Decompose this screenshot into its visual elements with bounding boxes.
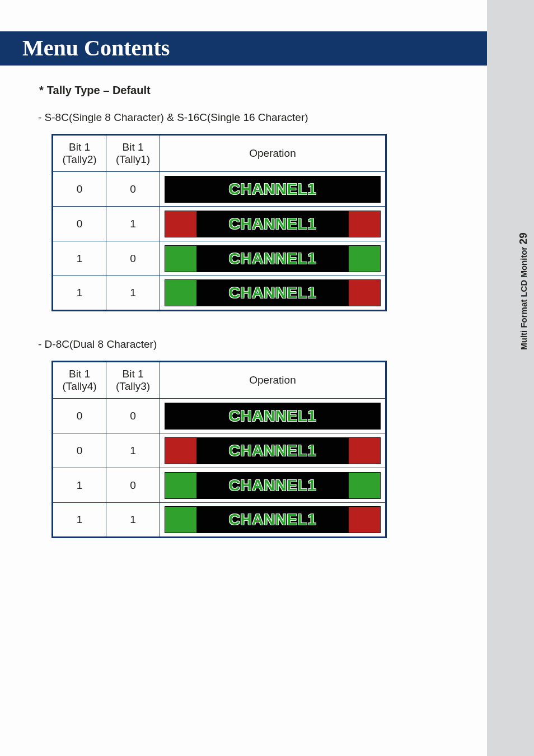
- tally-display: CHANNEL1: [165, 176, 381, 203]
- col-header: Operation: [160, 135, 386, 172]
- table-row: 11CHANNEL1: [53, 503, 386, 538]
- operation-cell: CHANNEL1: [160, 468, 386, 503]
- channel-label: CHANNEL1: [229, 511, 316, 529]
- tally-center: CHANNEL1: [196, 403, 349, 429]
- tally-left-indicator: [165, 176, 196, 202]
- tally-center: CHANNEL1: [196, 246, 349, 272]
- channel-label: CHANNEL1: [229, 250, 316, 268]
- col-header: Bit 1 (Tally4): [53, 362, 106, 399]
- channel-label: CHANNEL1: [229, 215, 316, 233]
- tally-left-indicator: [165, 438, 196, 464]
- tally-center: CHANNEL1: [196, 473, 349, 498]
- operation-cell: CHANNEL1: [160, 241, 386, 276]
- tally-right-indicator: [349, 403, 380, 429]
- tally-display: CHANNEL1: [165, 506, 381, 533]
- bit-cell: 0: [106, 172, 160, 207]
- asterisk-icon: *: [39, 84, 44, 96]
- table-row: 00CHANNEL1: [53, 172, 386, 207]
- table-row: 01CHANNEL1: [53, 207, 386, 241]
- side-tab: Multi Format LCD Monitor 29: [513, 207, 534, 375]
- tally-left-indicator: [165, 473, 196, 498]
- operation-cell: CHANNEL1: [160, 503, 386, 538]
- tally-left-indicator: [165, 211, 196, 237]
- bit-cell: 0: [53, 207, 106, 241]
- col-header: Bit 1 (Tally1): [106, 135, 160, 172]
- col-header: Bit 1 (Tally2): [53, 135, 106, 172]
- bit-cell: 0: [106, 399, 160, 433]
- channel-label: CHANNEL1: [229, 442, 316, 460]
- bit-cell: 0: [106, 241, 160, 276]
- table-row: 00CHANNEL1: [53, 399, 386, 433]
- bit-cell: 1: [106, 433, 160, 468]
- bit-cell: 1: [53, 503, 106, 538]
- channel-label: CHANNEL1: [229, 284, 316, 302]
- table-body-1: 00CHANNEL101CHANNEL110CHANNEL111CHANNEL1: [53, 172, 386, 311]
- channel-label: CHANNEL1: [229, 477, 316, 494]
- bit-cell: 0: [53, 399, 106, 433]
- table-row: 01CHANNEL1: [53, 433, 386, 468]
- operation-cell: CHANNEL1: [160, 207, 386, 241]
- table-row: 10CHANNEL1: [53, 241, 386, 276]
- tally-center: CHANNEL1: [196, 507, 349, 533]
- col-header: Operation: [160, 362, 386, 399]
- table-header-row: Bit 1 (Tally4) Bit 1 (Tally3) Operation: [53, 362, 386, 399]
- tally-display: CHANNEL1: [165, 245, 381, 272]
- tally-display: CHANNEL1: [165, 211, 381, 237]
- tally-left-indicator: [165, 246, 196, 272]
- channel-label: CHANNEL1: [229, 180, 316, 198]
- side-tab-label: Multi Format LCD Monitor: [519, 247, 528, 350]
- tally-center: CHANNEL1: [196, 280, 349, 306]
- bit-cell: 0: [106, 468, 160, 503]
- content-area: *Tally Type – Default - S-8C(Single 8 Ch…: [39, 84, 465, 565]
- tally-right-indicator: [349, 438, 380, 464]
- tally-right-indicator: [349, 176, 380, 202]
- sub-title-1: - S-8C(Single 8 Character) & S-16C(Singl…: [38, 111, 465, 124]
- section-title-text: Tally Type – Default: [47, 84, 151, 96]
- table-body-2: 00CHANNEL101CHANNEL110CHANNEL111CHANNEL1: [53, 399, 386, 538]
- tally-display: CHANNEL1: [165, 437, 381, 464]
- tally-right-indicator: [349, 473, 380, 498]
- tally-right-indicator: [349, 507, 380, 533]
- table-row: 10CHANNEL1: [53, 468, 386, 503]
- bit-cell: 0: [53, 172, 106, 207]
- side-tab-text: Multi Format LCD Monitor 29: [517, 232, 530, 349]
- operation-cell: CHANNEL1: [160, 172, 386, 207]
- page: Menu Contents *Tally Type – Default - S-…: [0, 0, 487, 756]
- col-header: Bit 1 (Tally3): [106, 362, 160, 399]
- tally-right-indicator: [349, 211, 380, 237]
- sub-title-2: - D-8C(Dual 8 Character): [38, 338, 465, 351]
- tally-display: CHANNEL1: [165, 279, 381, 306]
- tally-center: CHANNEL1: [196, 211, 349, 237]
- tally-left-indicator: [165, 280, 196, 306]
- side-tab-page: 29: [517, 232, 529, 244]
- bit-cell: 1: [106, 276, 160, 311]
- tally-center: CHANNEL1: [196, 438, 349, 464]
- section-title: *Tally Type – Default: [39, 84, 465, 97]
- tally-left-indicator: [165, 507, 196, 533]
- tally-table-2: Bit 1 (Tally4) Bit 1 (Tally3) Operation …: [51, 361, 387, 538]
- tally-display: CHANNEL1: [165, 403, 381, 430]
- page-title: Menu Contents: [0, 31, 487, 66]
- operation-cell: CHANNEL1: [160, 276, 386, 311]
- bit-cell: 1: [106, 207, 160, 241]
- operation-cell: CHANNEL1: [160, 399, 386, 433]
- table-row: 11CHANNEL1: [53, 276, 386, 311]
- operation-cell: CHANNEL1: [160, 433, 386, 468]
- bit-cell: 1: [53, 276, 106, 311]
- tally-right-indicator: [349, 280, 380, 306]
- channel-label: CHANNEL1: [229, 407, 316, 425]
- tally-right-indicator: [349, 246, 380, 272]
- bit-cell: 0: [53, 433, 106, 468]
- bit-cell: 1: [106, 503, 160, 538]
- tally-left-indicator: [165, 403, 196, 429]
- table-header-row: Bit 1 (Tally2) Bit 1 (Tally1) Operation: [53, 135, 386, 172]
- tally-display: CHANNEL1: [165, 472, 381, 499]
- tally-table-1: Bit 1 (Tally2) Bit 1 (Tally1) Operation …: [51, 134, 387, 311]
- tally-center: CHANNEL1: [196, 176, 349, 202]
- bit-cell: 1: [53, 468, 106, 503]
- bit-cell: 1: [53, 241, 106, 276]
